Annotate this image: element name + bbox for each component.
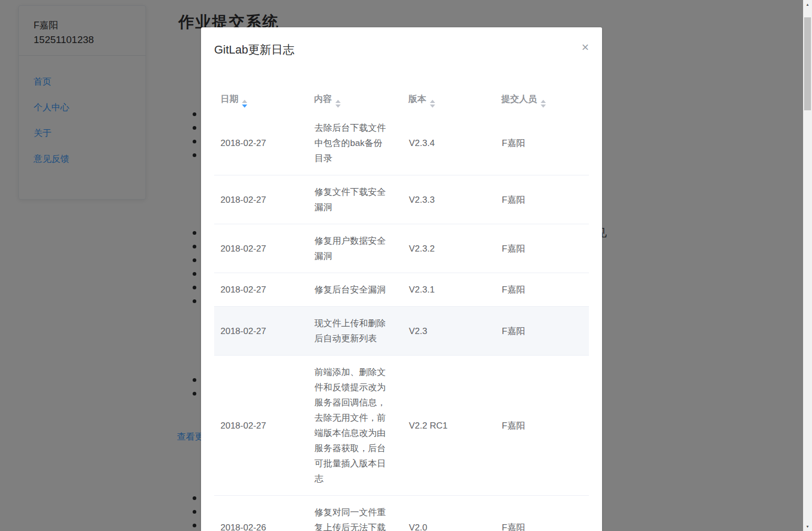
cell-content: 修复对同一文件重复上传后无法下载备份文件的问题 (314, 496, 408, 531)
cell-date: 2018-02-27 (214, 356, 314, 496)
cell-author: F嘉阳 (501, 273, 589, 307)
cell-date: 2018-02-27 (214, 307, 314, 356)
cell-version: V2.0 (408, 496, 501, 531)
cell-date: 2018-02-27 (214, 273, 314, 307)
column-label: 内容 (314, 94, 332, 104)
cell-version: V2.2 RC1 (408, 356, 501, 496)
table-row[interactable]: 2018-02-26修复对同一文件重复上传后无法下载备份文件的问题V2.0F嘉阳 (214, 496, 589, 531)
cell-content: 修复用户数据安全漏洞 (314, 224, 408, 273)
cell-date: 2018-02-27 (214, 175, 314, 224)
cell-content: 前端添加、删除文件和反馈提示改为服务器回调信息，去除无用文件，前端版本信息改为由… (314, 356, 408, 496)
content-text: 现文件上传和删除后自动更新列表 (314, 316, 388, 346)
cell-author: F嘉阳 (501, 307, 589, 356)
cell-content: 现文件上传和删除后自动更新列表 (314, 307, 408, 356)
column-header-2[interactable]: 版本 (408, 89, 501, 111)
gitlab-changelog-dialog: GitLab更新日志 × 日期内容版本提交人员 2018-02-27去除后台下载… (201, 27, 602, 531)
cell-author: F嘉阳 (501, 175, 589, 224)
table-row[interactable]: 2018-02-27去除后台下载文件中包含的bak备份目录V2.3.4F嘉阳 (214, 111, 589, 175)
scrollbar-up-arrow-icon[interactable]: ▲ (803, 0, 812, 9)
cell-author: F嘉阳 (501, 356, 589, 496)
cell-content: 去除后台下载文件中包含的bak备份目录 (314, 111, 408, 175)
cell-version: V2.3.1 (408, 273, 501, 307)
cell-date: 2018-02-27 (214, 111, 314, 175)
cell-author: F嘉阳 (501, 496, 589, 531)
scrollbar-down-arrow-icon[interactable]: ▼ (803, 522, 812, 531)
close-icon[interactable]: × (582, 41, 589, 54)
column-label: 版本 (408, 94, 426, 104)
cell-version: V2.3 (408, 307, 501, 356)
changelog-table: 日期内容版本提交人员 2018-02-27去除后台下载文件中包含的bak备份目录… (214, 89, 589, 531)
column-header-0[interactable]: 日期 (214, 89, 314, 111)
table-row[interactable]: 2018-02-27修复用户数据安全漏洞V2.3.2F嘉阳 (214, 224, 589, 273)
dialog-body: 日期内容版本提交人员 2018-02-27去除后台下载文件中包含的bak备份目录… (201, 58, 602, 531)
cell-version: V2.3.4 (408, 111, 501, 175)
content-text: 修复后台安全漏洞 (314, 282, 388, 297)
column-header-1[interactable]: 内容 (314, 89, 408, 111)
content-text: 修复文件下载安全漏洞 (314, 184, 388, 215)
cell-author: F嘉阳 (501, 224, 589, 273)
sort-caret-icon[interactable] (242, 100, 247, 108)
content-text: 前端添加、删除文件和反馈提示改为服务器回调信息，去除无用文件，前端版本信息改为由… (314, 365, 388, 486)
content-text: 修复对同一文件重复上传后无法下载备份文件的问题 (314, 505, 388, 531)
column-header-3[interactable]: 提交人员 (501, 89, 589, 111)
table-header-row: 日期内容版本提交人员 (214, 89, 589, 111)
cell-version: V2.3.3 (408, 175, 501, 224)
cell-version: V2.3.2 (408, 224, 501, 273)
sort-caret-icon[interactable] (541, 100, 546, 108)
dialog-title: GitLab更新日志 (214, 43, 294, 56)
cell-author: F嘉阳 (501, 111, 589, 175)
table-row[interactable]: 2018-02-27修复后台安全漏洞V2.3.1F嘉阳 (214, 273, 589, 307)
sort-caret-icon[interactable] (430, 100, 435, 108)
sort-caret-icon[interactable] (335, 100, 341, 108)
column-label: 日期 (220, 94, 238, 104)
cell-content: 修复文件下载安全漏洞 (314, 175, 408, 224)
browser-scrollbar[interactable]: ▲ ▼ (803, 0, 812, 531)
table-row[interactable]: 2018-02-27前端添加、删除文件和反馈提示改为服务器回调信息，去除无用文件… (214, 356, 589, 496)
table-row[interactable]: 2018-02-27现文件上传和删除后自动更新列表V2.3F嘉阳 (214, 307, 589, 356)
column-label: 提交人员 (501, 94, 537, 104)
scrollbar-thumb[interactable] (804, 17, 811, 110)
cell-date: 2018-02-27 (214, 224, 314, 273)
content-text: 去除后台下载文件中包含的bak备份目录 (314, 120, 388, 166)
table-row[interactable]: 2018-02-27修复文件下载安全漏洞V2.3.3F嘉阳 (214, 175, 589, 224)
cell-date: 2018-02-26 (214, 496, 314, 531)
dialog-header: GitLab更新日志 × (201, 27, 602, 58)
cell-content: 修复后台安全漏洞 (314, 273, 408, 307)
content-text: 修复用户数据安全漏洞 (314, 233, 388, 264)
